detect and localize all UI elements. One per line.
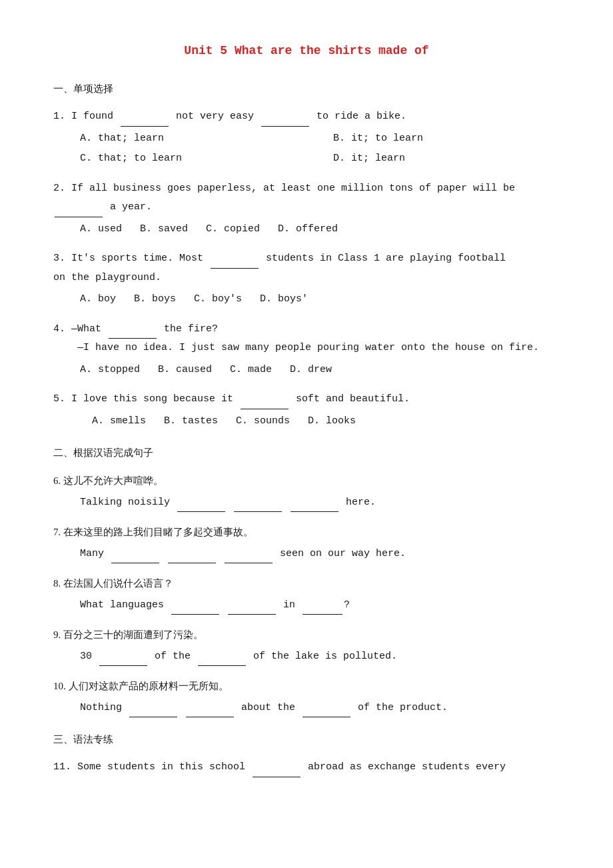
- q2-optA: A. used: [80, 223, 122, 235]
- q8-blank1: [171, 614, 219, 615]
- section-1-header: 一、单项选择: [53, 80, 560, 98]
- q2-continuation: a year.: [53, 201, 152, 213]
- q1-text: 1. I found not very easy to ride a bike.: [53, 107, 560, 127]
- question-7: 7. 在来这里的路上我们目睹了多起交通事故。 Many seen on our …: [53, 523, 560, 563]
- q1-blank2: [261, 126, 309, 127]
- q3-blank1: [211, 268, 259, 269]
- q3-continuation: on the playground.: [53, 272, 161, 283]
- q7-fill: Many seen on our way here.: [80, 545, 560, 564]
- q2-blank1: [55, 217, 103, 217]
- q8-blank2: [228, 614, 276, 615]
- question-1: 1. I found not very easy to ride a bike.…: [53, 107, 560, 169]
- q2-optD: D. offered: [278, 223, 338, 235]
- q2-optB: B. saved: [140, 223, 188, 235]
- q6-blank3: [291, 511, 338, 512]
- question-4: 4. —What the fire? —I have no idea. I ju…: [53, 320, 560, 380]
- q10-fill: Nothing about the of the product.: [80, 699, 560, 718]
- question-9: 9. 百分之三十的湖面遭到了污染。 30 of the of the lake …: [53, 625, 560, 666]
- page-title: Unit 5 What are the shirts made of: [53, 40, 560, 61]
- q2-optC: C. copied: [206, 223, 260, 235]
- q1-options: A. that; learn B. it; to learn C. that; …: [80, 129, 560, 169]
- q3-options: A. boy B. boys C. boy's D. boys': [80, 290, 560, 309]
- q6-blank1: [177, 511, 225, 512]
- section-3-header: 三、语法专练: [53, 731, 560, 749]
- q3-optC: C. boy's: [194, 293, 242, 305]
- q8-chinese: 8. 在法国人们说什么语言？: [53, 574, 560, 593]
- q5-optD: D. looks: [308, 415, 356, 427]
- q7-blank3: [225, 563, 273, 563]
- q3-optB: B. boys: [134, 293, 176, 305]
- q11-blank1: [253, 777, 301, 777]
- q1-optC: C. that; to learn: [80, 149, 306, 169]
- q2-options: A. used B. saved C. copied D. offered: [80, 220, 560, 239]
- q9-blank1: [99, 665, 147, 666]
- q3-optD: D. boys': [260, 293, 308, 305]
- q5-blank1: [241, 409, 289, 409]
- question-3: 3. It's sports time. Most students in Cl…: [53, 249, 560, 309]
- q9-chinese: 9. 百分之三十的湖面遭到了污染。: [53, 625, 560, 645]
- q4-optB: B. caused: [158, 364, 212, 375]
- q1-optB: B. it; to learn: [333, 129, 560, 149]
- q7-blank1: [111, 563, 159, 563]
- q6-fill: Talking noisily here.: [80, 493, 560, 513]
- q4-optC: C. made: [230, 364, 272, 375]
- q3-text: 3. It's sports time. Most students in Cl…: [53, 249, 560, 269]
- q5-options: A. smells B. tastes C. sounds D. looks: [80, 412, 560, 431]
- q1-blank1: [121, 126, 169, 127]
- q8-blank3: [303, 614, 342, 615]
- q5-text: 5. I love this song because it soft and …: [53, 390, 560, 409]
- q9-fill: 30 of the of the lake is polluted.: [80, 647, 560, 667]
- q1-optA: A. that; learn: [80, 129, 306, 149]
- q6-blank2: [234, 511, 282, 512]
- q4-options: A. stopped B. caused C. made D. drew: [80, 361, 560, 380]
- question-8: 8. 在法国人们说什么语言？ What languages in ?: [53, 574, 560, 615]
- question-5: 5. I love this song because it soft and …: [53, 390, 560, 431]
- q5-optB: B. tastes: [164, 415, 218, 427]
- q4-text2: —I have no idea. I just saw many people …: [53, 339, 560, 358]
- q8-fill: What languages in ?: [80, 596, 560, 615]
- question-6: 6. 这儿不允许大声喧哗。 Talking noisily here.: [53, 471, 560, 512]
- q5-optC: C. sounds: [236, 415, 290, 427]
- q10-blank1: [129, 717, 177, 717]
- q11-text: 11. Some students in this school abroad …: [53, 758, 560, 777]
- section-2-header: 二、根据汉语完成句子: [53, 444, 560, 462]
- question-11: 11. Some students in this school abroad …: [53, 758, 560, 777]
- q4-optA: A. stopped: [80, 364, 140, 375]
- q3-optA: A. boy: [80, 293, 116, 305]
- q1-optD: D. it; learn: [333, 149, 560, 169]
- q5-optA: A. smells: [92, 415, 146, 427]
- q9-blank2: [198, 665, 246, 666]
- q2-text: 2. If all business goes paperless, at le…: [53, 179, 560, 199]
- q10-blank3: [303, 717, 350, 717]
- q4-optD: D. drew: [290, 364, 332, 375]
- q10-chinese: 10. 人们对这款产品的原材料一无所知。: [53, 677, 560, 696]
- question-10: 10. 人们对这款产品的原材料一无所知。 Nothing about the o…: [53, 677, 560, 717]
- q7-chinese: 7. 在来这里的路上我们目睹了多起交通事故。: [53, 523, 560, 542]
- question-2: 2. If all business goes paperless, at le…: [53, 179, 560, 239]
- q6-chinese: 6. 这儿不允许大声喧哗。: [53, 471, 560, 491]
- q4-text: 4. —What the fire?: [53, 320, 560, 339]
- q7-blank2: [168, 563, 216, 563]
- q10-blank2: [186, 717, 234, 717]
